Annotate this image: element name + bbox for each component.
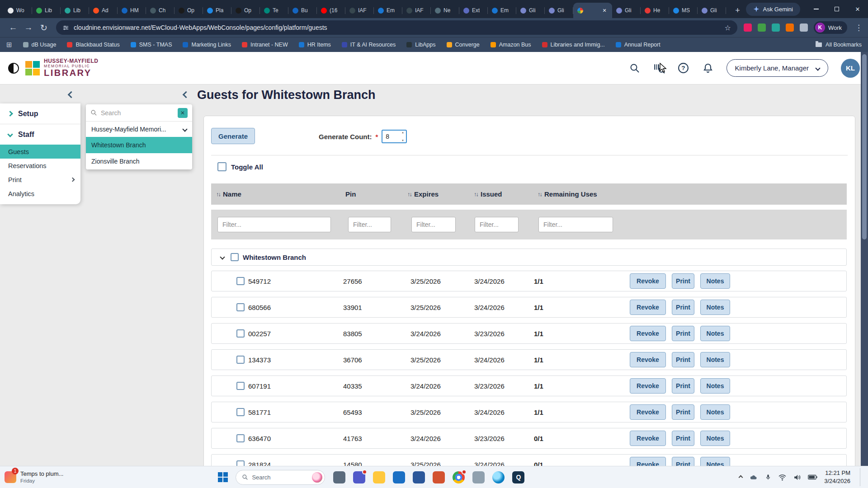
forward-icon[interactable]: → [21, 20, 36, 35]
reload-icon[interactable]: ↻ [36, 20, 52, 35]
bookmark-item[interactable]: dB Usage [23, 42, 57, 48]
browser-tab[interactable]: Ne ✕ [431, 3, 459, 18]
column-header-issued[interactable]: ↑↓ Issued [474, 190, 538, 198]
bookmark-item[interactable]: SMS - TMAS [131, 42, 172, 48]
filter-pin-input[interactable] [348, 217, 391, 232]
print-button[interactable]: Print [672, 352, 694, 367]
extension-icon[interactable] [786, 23, 794, 32]
revoke-button[interactable]: Revoke [630, 404, 666, 420]
sidebar-item-guests[interactable]: Guests [0, 145, 80, 159]
browser-profile-chip[interactable]: K Work [814, 21, 847, 34]
user-menu[interactable]: Kimberly Lane, Manager [726, 59, 828, 77]
extension-icon[interactable] [758, 23, 766, 32]
row-checkbox[interactable] [236, 408, 245, 416]
library-dropdown[interactable]: Hussey-Mayfield Memori... [86, 122, 192, 137]
bookmark-item[interactable]: HR Items [299, 42, 331, 48]
new-tab-button[interactable]: + [731, 4, 744, 17]
address-bar[interactable]: cloudnine.envisionware.net/EwCloud-WebAp… [56, 20, 737, 35]
notes-button[interactable]: Notes [700, 378, 730, 394]
taskbar-weather-widget[interactable]: 1 Temps to plum... Friday [5, 470, 63, 484]
extensions-puzzle-icon[interactable] [800, 23, 808, 32]
print-button[interactable]: Print [672, 273, 694, 289]
taskbar-search-input[interactable] [252, 474, 308, 481]
bookmark-item[interactable]: Intranet - NEW [242, 42, 288, 48]
revoke-button[interactable]: Revoke [630, 457, 666, 466]
branch-item-zionsville[interactable]: Zionsville Branch [86, 153, 192, 169]
collapse-group-icon[interactable] [220, 254, 225, 259]
spinner-up-icon[interactable]: ▲ [401, 131, 404, 134]
spinner-down-icon[interactable]: ▼ [401, 139, 404, 142]
browser-tab[interactable]: IAF ✕ [345, 3, 374, 18]
browser-menu-icon[interactable]: ⋮ [855, 23, 863, 33]
column-header-pin[interactable]: Pin [345, 190, 407, 198]
browser-tab[interactable]: ✕ [573, 3, 612, 18]
print-button[interactable]: Print [672, 404, 694, 420]
browser-tab[interactable]: Gli ✕ [612, 3, 641, 18]
extension-icon[interactable] [772, 23, 780, 32]
teams-icon[interactable] [353, 471, 365, 483]
scrollbar-thumb[interactable] [862, 54, 867, 239]
sidebar-item-analytics[interactable]: Analytics [0, 187, 80, 201]
notifications-bell-icon[interactable] [702, 62, 714, 74]
sidebar-item-print[interactable]: Print [0, 173, 80, 187]
toggle-all-checkbox[interactable] [217, 162, 226, 171]
column-header-name[interactable]: ↑↓ Name [216, 190, 345, 198]
browser-tab[interactable]: IAF ✕ [402, 3, 431, 18]
bookmark-star-icon[interactable]: ☆ [725, 23, 731, 32]
notes-button[interactable]: Notes [700, 431, 730, 446]
sort-icon[interactable]: ↑↓ [474, 191, 478, 197]
bookmark-item[interactable]: IT & AI Resources [342, 42, 396, 48]
user-avatar[interactable]: KL [841, 59, 860, 78]
notes-button[interactable]: Notes [700, 300, 730, 315]
column-header-expires[interactable]: ↑↓ Expires [407, 190, 474, 198]
powerpoint-icon[interactable] [433, 471, 445, 483]
browser-tab[interactable]: Op ✕ [231, 3, 260, 18]
sidebar-item-reservations[interactable]: Reservations [0, 159, 80, 173]
photos-icon[interactable] [472, 471, 485, 483]
browser-tab[interactable]: Em ✕ [488, 3, 516, 18]
revoke-button[interactable]: Revoke [630, 378, 666, 394]
ask-gemini-button[interactable]: Ask Gemini [746, 3, 800, 16]
search-highlight-image[interactable] [312, 472, 322, 483]
filter-uses-input[interactable] [538, 217, 613, 232]
browser-tab[interactable]: MS ✕ [669, 3, 698, 18]
filter-expires-input[interactable] [411, 217, 456, 232]
close-button[interactable]: ✕ [847, 0, 868, 18]
browser-tab[interactable]: Gli ✕ [516, 3, 545, 18]
barcode-search-icon[interactable] [653, 62, 665, 74]
row-checkbox[interactable] [236, 356, 245, 364]
print-button[interactable]: Print [672, 300, 694, 315]
branch-panel-collapse-icon[interactable] [184, 91, 189, 99]
group-checkbox[interactable] [231, 253, 239, 261]
browser-tab[interactable]: Wo ✕ [4, 3, 32, 18]
filter-issued-input[interactable] [475, 217, 519, 232]
site-info-icon[interactable] [62, 24, 69, 31]
taskbar-clock[interactable]: 12:21 PM 3/24/2026 [824, 469, 850, 485]
browser-tab[interactable]: Lib ✕ [32, 3, 61, 18]
sort-icon[interactable]: ↑↓ [407, 191, 411, 197]
bookmark-item[interactable]: LibApps [406, 42, 435, 48]
apps-grid-icon[interactable]: ⊞ [6, 41, 12, 49]
onedrive-cloud-icon[interactable] [749, 474, 758, 481]
generate-button[interactable]: Generate [211, 128, 255, 144]
print-button[interactable]: Print [672, 457, 694, 466]
bookmark-item[interactable]: Annual Report [616, 42, 660, 48]
row-checkbox[interactable] [236, 277, 245, 285]
browser-tab[interactable]: Pla ✕ [203, 3, 231, 18]
browser-tab[interactable]: He ✕ [641, 3, 669, 18]
notes-button[interactable]: Notes [700, 273, 730, 289]
minimize-button[interactable] [806, 0, 826, 18]
bookmark-item[interactable]: Marketing Links [183, 42, 231, 48]
print-button[interactable]: Print [672, 326, 694, 341]
browser-tab[interactable]: Gli ✕ [698, 3, 726, 18]
notes-button[interactable]: Notes [700, 352, 730, 367]
clear-search-icon[interactable]: ✕ [178, 108, 188, 118]
browser-tab[interactable]: HM ✕ [118, 3, 146, 18]
taskbar-search[interactable] [236, 470, 325, 485]
revoke-button[interactable]: Revoke [630, 273, 666, 289]
start-button[interactable] [215, 469, 231, 485]
file-explorer-icon[interactable] [373, 471, 385, 483]
row-checkbox[interactable] [236, 382, 245, 390]
browser-tab[interactable]: Te ✕ [260, 3, 288, 18]
page-scrollbar[interactable] [861, 52, 868, 466]
